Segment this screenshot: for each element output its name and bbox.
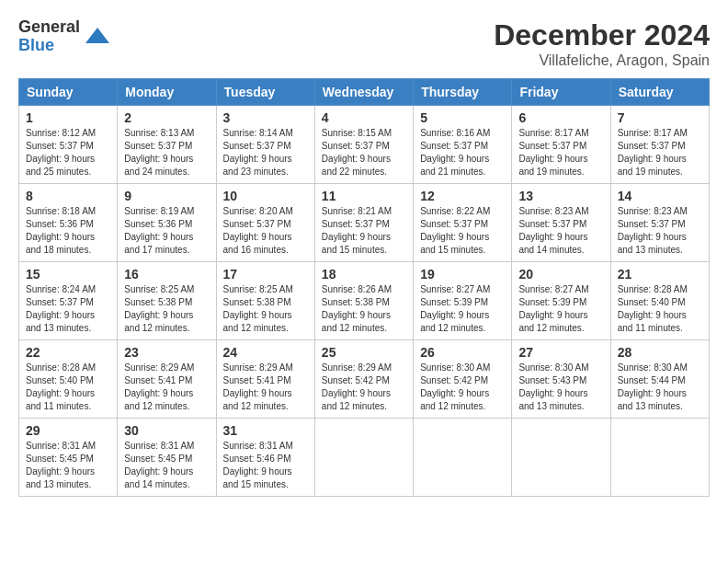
day-number: 4 bbox=[322, 110, 406, 125]
calendar-cell: 26Sunrise: 8:30 AMSunset: 5:42 PMDayligh… bbox=[414, 340, 512, 419]
day-info: Sunrise: 8:18 AMSunset: 5:36 PMDaylight:… bbox=[26, 205, 110, 257]
day-info: Sunrise: 8:17 AMSunset: 5:37 PMDaylight:… bbox=[618, 127, 702, 178]
logo: General Blue bbox=[18, 18, 111, 55]
logo-icon bbox=[84, 23, 111, 51]
day-info: Sunrise: 8:31 AMSunset: 5:45 PMDaylight:… bbox=[26, 440, 110, 491]
day-info: Sunrise: 8:20 AMSunset: 5:37 PMDaylight:… bbox=[223, 205, 308, 257]
day-number: 14 bbox=[618, 189, 702, 203]
day-info: Sunrise: 8:29 AMSunset: 5:41 PMDaylight:… bbox=[223, 362, 308, 413]
day-number: 28 bbox=[618, 345, 702, 360]
calendar-cell bbox=[314, 419, 413, 497]
calendar-cell: 11Sunrise: 8:21 AMSunset: 5:37 PMDayligh… bbox=[314, 184, 413, 262]
day-number: 30 bbox=[124, 423, 209, 438]
day-info: Sunrise: 8:24 AMSunset: 5:37 PMDaylight:… bbox=[26, 283, 110, 335]
day-number: 2 bbox=[124, 110, 209, 125]
day-number: 8 bbox=[26, 189, 110, 203]
calendar-cell: 15Sunrise: 8:24 AMSunset: 5:37 PMDayligh… bbox=[19, 262, 118, 340]
day-number: 15 bbox=[26, 267, 110, 282]
day-number: 31 bbox=[223, 423, 308, 438]
calendar-cell: 29Sunrise: 8:31 AMSunset: 5:45 PMDayligh… bbox=[19, 419, 118, 497]
day-info: Sunrise: 8:17 AMSunset: 5:37 PMDaylight:… bbox=[518, 127, 603, 178]
day-number: 29 bbox=[26, 423, 110, 438]
calendar-cell: 18Sunrise: 8:26 AMSunset: 5:38 PMDayligh… bbox=[314, 262, 413, 340]
calendar-cell: 4Sunrise: 8:15 AMSunset: 5:37 PMDaylight… bbox=[314, 106, 413, 184]
column-header-tuesday: Tuesday bbox=[216, 79, 314, 106]
title-block: December 2024 Villafeliche, Aragon, Spai… bbox=[494, 18, 710, 69]
day-number: 27 bbox=[518, 345, 603, 360]
calendar-cell: 2Sunrise: 8:13 AMSunset: 5:37 PMDaylight… bbox=[118, 106, 216, 184]
calendar-cell: 8Sunrise: 8:18 AMSunset: 5:36 PMDaylight… bbox=[19, 184, 118, 262]
day-info: Sunrise: 8:27 AMSunset: 5:39 PMDaylight:… bbox=[420, 283, 505, 335]
day-number: 25 bbox=[322, 345, 406, 360]
calendar-cell: 13Sunrise: 8:23 AMSunset: 5:37 PMDayligh… bbox=[512, 184, 610, 262]
calendar-cell: 5Sunrise: 8:16 AMSunset: 5:37 PMDaylight… bbox=[414, 106, 512, 184]
location-subtitle: Villafeliche, Aragon, Spain bbox=[494, 52, 710, 69]
day-number: 19 bbox=[420, 267, 505, 282]
calendar-cell bbox=[512, 419, 610, 497]
day-info: Sunrise: 8:25 AMSunset: 5:38 PMDaylight:… bbox=[124, 283, 209, 335]
calendar-cell: 24Sunrise: 8:29 AMSunset: 5:41 PMDayligh… bbox=[216, 340, 314, 419]
day-info: Sunrise: 8:23 AMSunset: 5:37 PMDaylight:… bbox=[518, 205, 603, 257]
day-info: Sunrise: 8:31 AMSunset: 5:46 PMDaylight:… bbox=[223, 440, 308, 491]
day-number: 22 bbox=[26, 345, 110, 360]
day-info: Sunrise: 8:21 AMSunset: 5:37 PMDaylight:… bbox=[322, 205, 406, 257]
day-info: Sunrise: 8:13 AMSunset: 5:37 PMDaylight:… bbox=[124, 127, 209, 178]
calendar-cell: 30Sunrise: 8:31 AMSunset: 5:45 PMDayligh… bbox=[118, 419, 216, 497]
day-info: Sunrise: 8:14 AMSunset: 5:37 PMDaylight:… bbox=[223, 127, 308, 178]
day-number: 9 bbox=[124, 189, 209, 203]
calendar-cell: 3Sunrise: 8:14 AMSunset: 5:37 PMDaylight… bbox=[216, 106, 314, 184]
week-row-1: 1Sunrise: 8:12 AMSunset: 5:37 PMDaylight… bbox=[19, 106, 710, 184]
column-header-monday: Monday bbox=[118, 79, 216, 106]
page-header: General Blue December 2024 Villafeliche,… bbox=[18, 18, 710, 69]
day-info: Sunrise: 8:22 AMSunset: 5:37 PMDaylight:… bbox=[420, 205, 505, 257]
calendar-cell: 21Sunrise: 8:28 AMSunset: 5:40 PMDayligh… bbox=[610, 262, 709, 340]
column-header-saturday: Saturday bbox=[610, 79, 709, 106]
calendar-cell: 7Sunrise: 8:17 AMSunset: 5:37 PMDaylight… bbox=[610, 106, 709, 184]
calendar-cell: 19Sunrise: 8:27 AMSunset: 5:39 PMDayligh… bbox=[414, 262, 512, 340]
day-number: 10 bbox=[223, 189, 308, 203]
day-info: Sunrise: 8:28 AMSunset: 5:40 PMDaylight:… bbox=[618, 283, 702, 335]
calendar-cell: 27Sunrise: 8:30 AMSunset: 5:43 PMDayligh… bbox=[512, 340, 610, 419]
logo-general-text: General bbox=[18, 18, 80, 37]
day-info: Sunrise: 8:30 AMSunset: 5:43 PMDaylight:… bbox=[518, 362, 603, 413]
day-info: Sunrise: 8:16 AMSunset: 5:37 PMDaylight:… bbox=[420, 127, 505, 178]
day-number: 12 bbox=[420, 189, 505, 203]
day-number: 7 bbox=[618, 110, 702, 125]
column-header-sunday: Sunday bbox=[19, 79, 118, 106]
day-info: Sunrise: 8:28 AMSunset: 5:40 PMDaylight:… bbox=[26, 362, 110, 413]
day-info: Sunrise: 8:29 AMSunset: 5:42 PMDaylight:… bbox=[322, 362, 406, 413]
day-info: Sunrise: 8:25 AMSunset: 5:38 PMDaylight:… bbox=[223, 283, 308, 335]
column-header-friday: Friday bbox=[512, 79, 610, 106]
day-number: 26 bbox=[420, 345, 505, 360]
calendar-cell: 16Sunrise: 8:25 AMSunset: 5:38 PMDayligh… bbox=[118, 262, 216, 340]
day-info: Sunrise: 8:30 AMSunset: 5:44 PMDaylight:… bbox=[618, 362, 702, 413]
calendar-cell: 22Sunrise: 8:28 AMSunset: 5:40 PMDayligh… bbox=[19, 340, 118, 419]
day-number: 6 bbox=[518, 110, 603, 125]
day-info: Sunrise: 8:29 AMSunset: 5:41 PMDaylight:… bbox=[124, 362, 209, 413]
day-number: 17 bbox=[223, 267, 308, 282]
day-number: 24 bbox=[223, 345, 308, 360]
day-info: Sunrise: 8:15 AMSunset: 5:37 PMDaylight:… bbox=[322, 127, 406, 178]
calendar-cell: 1Sunrise: 8:12 AMSunset: 5:37 PMDaylight… bbox=[19, 106, 118, 184]
calendar-cell: 28Sunrise: 8:30 AMSunset: 5:44 PMDayligh… bbox=[610, 340, 709, 419]
calendar-cell: 31Sunrise: 8:31 AMSunset: 5:46 PMDayligh… bbox=[216, 419, 314, 497]
day-info: Sunrise: 8:31 AMSunset: 5:45 PMDaylight:… bbox=[124, 440, 209, 491]
column-header-thursday: Thursday bbox=[414, 79, 512, 106]
day-number: 16 bbox=[124, 267, 209, 282]
week-row-5: 29Sunrise: 8:31 AMSunset: 5:45 PMDayligh… bbox=[19, 419, 710, 497]
calendar-cell: 17Sunrise: 8:25 AMSunset: 5:38 PMDayligh… bbox=[216, 262, 314, 340]
day-number: 5 bbox=[420, 110, 505, 125]
day-number: 20 bbox=[518, 267, 603, 282]
calendar-cell: 9Sunrise: 8:19 AMSunset: 5:36 PMDaylight… bbox=[118, 184, 216, 262]
day-number: 18 bbox=[322, 267, 406, 282]
calendar-cell: 14Sunrise: 8:23 AMSunset: 5:37 PMDayligh… bbox=[610, 184, 709, 262]
day-info: Sunrise: 8:12 AMSunset: 5:37 PMDaylight:… bbox=[26, 127, 110, 178]
day-info: Sunrise: 8:19 AMSunset: 5:36 PMDaylight:… bbox=[124, 205, 209, 257]
calendar-cell: 6Sunrise: 8:17 AMSunset: 5:37 PMDaylight… bbox=[512, 106, 610, 184]
calendar-cell: 25Sunrise: 8:29 AMSunset: 5:42 PMDayligh… bbox=[314, 340, 413, 419]
calendar-cell: 12Sunrise: 8:22 AMSunset: 5:37 PMDayligh… bbox=[414, 184, 512, 262]
calendar-cell: 20Sunrise: 8:27 AMSunset: 5:39 PMDayligh… bbox=[512, 262, 610, 340]
day-number: 13 bbox=[518, 189, 603, 203]
calendar-cell bbox=[414, 419, 512, 497]
day-number: 23 bbox=[124, 345, 209, 360]
